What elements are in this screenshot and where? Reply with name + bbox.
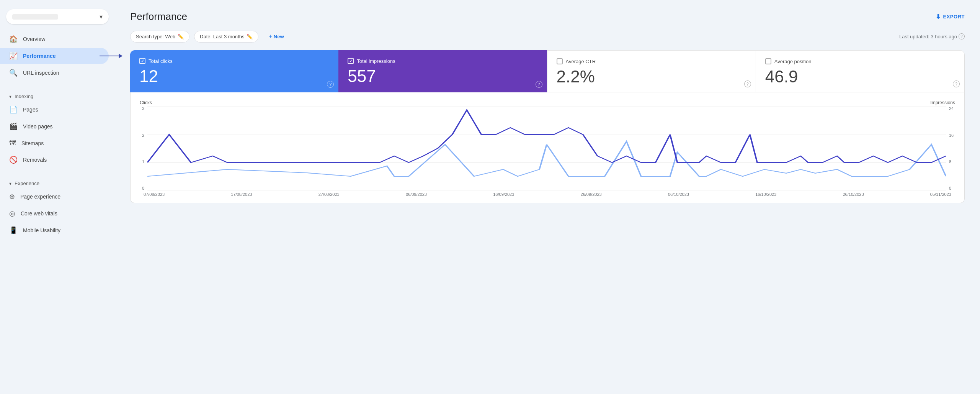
chevron-down-icon: ▾ [100, 13, 103, 20]
sidebar-item-label: Page experience [20, 194, 60, 200]
sidebar-item-page-experience[interactable]: ⊕ Page experience [0, 189, 109, 205]
y-left-0: 0 [140, 186, 144, 190]
impressions-line [147, 141, 946, 176]
pages-icon: 📄 [9, 105, 18, 114]
metric-label: Average CTR [557, 58, 746, 64]
y-axis-right-label: Impressions [930, 100, 955, 105]
export-button[interactable]: ⬇ EXPORT [936, 13, 965, 20]
experience-section-header[interactable]: ▾ Experience [0, 176, 115, 188]
sidebar-item-video-pages[interactable]: 🎬 Video pages [0, 118, 109, 135]
sidebar-item-label: Core web vitals [21, 210, 57, 217]
sidebar-item-pages[interactable]: 📄 Pages [0, 102, 109, 118]
search-icon: 🔍 [9, 69, 18, 77]
y-right-24: 24 [949, 106, 955, 111]
divider-1 [6, 85, 109, 85]
section-label: Indexing [15, 94, 33, 99]
plus-icon: + [268, 33, 272, 40]
metric-value: 12 [139, 67, 329, 85]
main-header: Performance ⬇ EXPORT [130, 11, 965, 23]
sidebar-item-url-inspection[interactable]: 🔍 URL inspection [0, 65, 109, 81]
sidebar-item-label: Video pages [23, 123, 53, 130]
y-axis-left-label: Clicks [140, 100, 152, 105]
metric-label: Total clicks [139, 58, 329, 64]
x-label-7: 16/10/2023 [755, 192, 776, 197]
chart-svg [147, 106, 946, 190]
property-text [12, 14, 58, 20]
metric-label: Total impressions [348, 58, 537, 64]
sidebar-item-removals[interactable]: 🚫 Removals [0, 152, 109, 168]
metric-help-icon[interactable]: ? [953, 80, 960, 87]
sidebar-item-sitemaps[interactable]: 🗺 Sitemaps [0, 135, 109, 151]
metrics-row: Total clicks 12 ? Total impressions 557 … [130, 50, 965, 92]
y-right-8: 8 [949, 159, 955, 164]
x-label-8: 26/10/2023 [843, 192, 864, 197]
sidebar-item-label: Pages [23, 107, 38, 113]
x-label-0: 07/08/2023 [144, 192, 165, 197]
y-left-3: 3 [140, 106, 144, 111]
chart-container: Clicks Impressions 3 2 1 0 [130, 92, 965, 203]
edit-icon: ✏️ [247, 34, 253, 39]
metric-checkbox[interactable] [348, 58, 354, 64]
metric-card-average-ctr[interactable]: Average CTR 2.2% ? [547, 50, 756, 92]
main-content: Performance ⬇ EXPORT Search type: Web ✏️… [115, 0, 980, 394]
property-selector[interactable]: ▾ [6, 9, 109, 24]
home-icon: 🏠 [9, 35, 18, 43]
removals-icon: 🚫 [9, 156, 18, 164]
sidebar-item-overview[interactable]: 🏠 Overview [0, 31, 109, 47]
metric-value: 46.9 [765, 67, 955, 86]
indexing-section-header[interactable]: ▾ Indexing [0, 89, 115, 101]
sidebar-item-performance[interactable]: 📈 Performance [0, 48, 109, 64]
chart-area [147, 106, 946, 190]
sidebar-item-label: Sitemaps [21, 140, 44, 146]
y-right-16: 16 [949, 133, 955, 138]
divider-2 [6, 172, 109, 172]
y-right-0: 0 [949, 186, 955, 190]
metric-value: 557 [348, 67, 537, 85]
page-title: Performance [130, 11, 187, 23]
sidebar-item-mobile-usability[interactable]: 📱 Mobile Usability [0, 222, 109, 238]
new-button[interactable]: + New [263, 30, 289, 43]
x-label-5: 26/09/2023 [581, 192, 602, 197]
metric-help-icon[interactable]: ? [744, 80, 751, 87]
metric-help-icon[interactable]: ? [327, 81, 334, 88]
metric-checkbox[interactable] [139, 58, 145, 64]
collapse-icon: ▾ [9, 181, 11, 186]
metric-card-total-clicks[interactable]: Total clicks 12 ? [130, 50, 338, 92]
x-label-9: 05/11/2023 [930, 192, 951, 197]
search-type-label: Search type: Web [136, 34, 175, 39]
sidebar-item-core-web-vitals[interactable]: ◎ Core web vitals [0, 205, 109, 222]
help-icon[interactable]: ? [959, 33, 965, 39]
sidebar-item-label: Mobile Usability [23, 227, 60, 233]
date-filter[interactable]: Date: Last 3 months ✏️ [194, 31, 258, 43]
metric-help-icon[interactable]: ? [536, 81, 542, 88]
collapse-icon: ▾ [9, 94, 11, 99]
y-left-1: 1 [140, 159, 144, 164]
mobile-icon: 📱 [9, 226, 18, 235]
trending-up-icon: 📈 [9, 52, 18, 60]
export-icon: ⬇ [936, 13, 941, 20]
metric-checkbox[interactable] [557, 58, 563, 64]
clicks-line [147, 110, 946, 163]
x-label-2: 27/08/2023 [318, 192, 340, 197]
last-updated: Last updated: 3 hours ago ? [899, 33, 965, 39]
sidebar-item-label: Overview [23, 36, 45, 42]
sidebar-item-label: Removals [23, 157, 47, 163]
sitemaps-icon: 🗺 [9, 139, 16, 147]
metric-card-average-position[interactable]: Average position 46.9 ? [756, 50, 965, 92]
date-label: Date: Last 3 months [200, 34, 244, 39]
sidebar-item-label: URL inspection [23, 70, 59, 76]
x-label-4: 16/09/2023 [493, 192, 514, 197]
x-axis-labels: 07/08/2023 17/08/2023 27/08/2023 06/09/2… [140, 192, 955, 197]
edit-icon: ✏️ [178, 34, 184, 39]
metric-card-total-impressions[interactable]: Total impressions 557 ? [338, 50, 547, 92]
sidebar-item-label: Performance [23, 53, 56, 59]
search-type-filter[interactable]: Search type: Web ✏️ [130, 31, 189, 43]
sidebar: ▾ 🏠 Overview 📈 Performance 🔍 URL inspect… [0, 0, 115, 394]
x-label-6: 06/10/2023 [668, 192, 689, 197]
video-icon: 🎬 [9, 122, 18, 131]
metric-label: Average position [765, 58, 955, 64]
y-left-2: 2 [140, 133, 144, 138]
toolbar: Search type: Web ✏️ Date: Last 3 months … [130, 30, 965, 43]
metric-checkbox[interactable] [765, 58, 771, 64]
x-label-1: 17/08/2023 [231, 192, 252, 197]
